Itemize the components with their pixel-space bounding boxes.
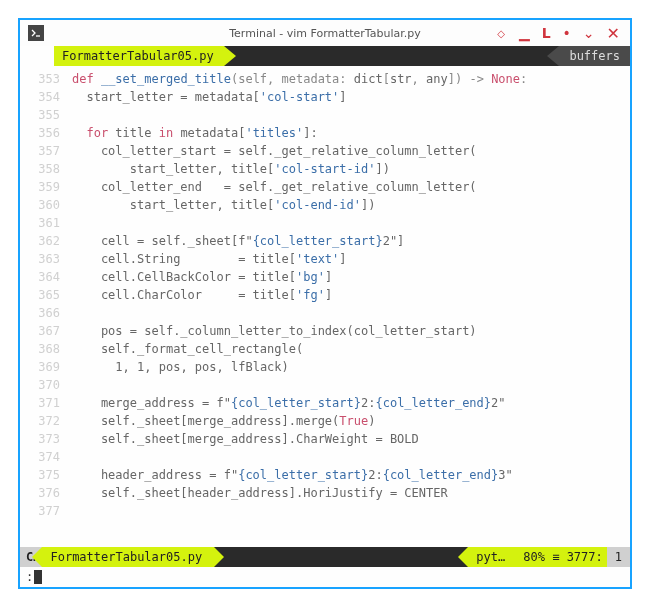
- cmdline-text: :: [26, 570, 33, 584]
- dot-icon[interactable]: •: [563, 25, 571, 41]
- line-number: 370: [20, 378, 72, 392]
- status-position: 80% ≡ 3777:: [513, 547, 607, 567]
- code-line[interactable]: 357 col_letter_start = self._get_relativ…: [20, 142, 630, 160]
- close-icon[interactable]: ✕: [607, 24, 620, 43]
- tab-active[interactable]: FormatterTabular05.py: [54, 46, 224, 66]
- cursor-icon: [34, 570, 42, 584]
- code-content: col_letter_end = self._get_relative_colu…: [72, 180, 630, 194]
- line-number: 375: [20, 468, 72, 482]
- code-content: for title in metadata['titles']:: [72, 126, 630, 140]
- code-line[interactable]: 360 start_letter, title['col-end-id']): [20, 196, 630, 214]
- line-number: 356: [20, 126, 72, 140]
- line-number: 366: [20, 306, 72, 320]
- code-line[interactable]: 368 self._format_cell_rectangle(: [20, 340, 630, 358]
- code-content: self._sheet[header_address].HoriJustify …: [72, 486, 630, 500]
- code-content: start_letter, title['col-start-id']): [72, 162, 630, 176]
- shade-icon[interactable]: ⌄: [583, 25, 595, 41]
- line-number: 361: [20, 216, 72, 230]
- code-line[interactable]: 367 pos = self._column_letter_to_index(c…: [20, 322, 630, 340]
- code-line[interactable]: 370: [20, 376, 630, 394]
- line-number: 362: [20, 234, 72, 248]
- code-line[interactable]: 358 start_letter, title['col-start-id']): [20, 160, 630, 178]
- line-number: 371: [20, 396, 72, 410]
- vim-cmdline[interactable]: :: [20, 567, 630, 587]
- tab-label: FormatterTabular05.py: [62, 49, 214, 63]
- code-content: def __set_merged_title(self, metadata: d…: [72, 72, 630, 86]
- line-number: 354: [20, 90, 72, 104]
- code-content: cell.CharColor = title['fg']: [72, 288, 630, 302]
- code-line[interactable]: 365 cell.CharColor = title['fg']: [20, 286, 630, 304]
- code-content: cell.String = title['text']: [72, 252, 630, 266]
- code-line[interactable]: 374: [20, 448, 630, 466]
- code-line[interactable]: 366: [20, 304, 630, 322]
- minimize-icon[interactable]: ▁: [519, 25, 530, 41]
- line-number: 360: [20, 198, 72, 212]
- code-line[interactable]: 373 self._sheet[merge_address].CharWeigh…: [20, 430, 630, 448]
- code-line[interactable]: 372 self._sheet[merge_address].merge(Tru…: [20, 412, 630, 430]
- keep-above-icon[interactable]: ◇: [497, 28, 507, 39]
- line-number: 364: [20, 270, 72, 284]
- line-number: 373: [20, 432, 72, 446]
- line-number: 377: [20, 504, 72, 518]
- code-line[interactable]: 359 col_letter_end = self._get_relative_…: [20, 178, 630, 196]
- code-line[interactable]: 361: [20, 214, 630, 232]
- code-content: self._format_cell_rectangle(: [72, 342, 630, 356]
- line-number: 363: [20, 252, 72, 266]
- code-content: col_letter_start = self._get_relative_co…: [72, 144, 630, 158]
- code-content: start_letter, title['col-end-id']): [72, 198, 630, 212]
- code-content: header_address = f"{col_letter_start}2:{…: [72, 468, 630, 482]
- line-number: 367: [20, 324, 72, 338]
- line-number: 365: [20, 288, 72, 302]
- titlebar[interactable]: Terminal - vim FormatterTabular.py ◇ ▁ L…: [20, 20, 630, 46]
- vim-statusline: C… FormatterTabular05.py pyt… 80% ≡ 3777…: [20, 547, 630, 567]
- tab-gap: [20, 46, 54, 66]
- code-line[interactable]: 355: [20, 106, 630, 124]
- code-line[interactable]: 375 header_address = f"{col_letter_start…: [20, 466, 630, 484]
- code-content: merge_address = f"{col_letter_start}2:{c…: [72, 396, 630, 410]
- line-number: 369: [20, 360, 72, 374]
- code-content: pos = self._column_letter_to_index(col_l…: [72, 324, 630, 338]
- maximize-icon[interactable]: L: [542, 25, 551, 41]
- code-content: start_letter = metadata['col-start']: [72, 90, 630, 104]
- status-filename: FormatterTabular05.py: [42, 547, 214, 567]
- code-content: cell.CellBackColor = title['bg']: [72, 270, 630, 284]
- code-line[interactable]: 364 cell.CellBackColor = title['bg']: [20, 268, 630, 286]
- terminal-icon: [28, 25, 44, 41]
- line-number: 359: [20, 180, 72, 194]
- line-number: 372: [20, 414, 72, 428]
- code-line[interactable]: 353def __set_merged_title(self, metadata…: [20, 70, 630, 88]
- status-filetype: pyt…: [468, 547, 513, 567]
- line-number: 368: [20, 342, 72, 356]
- line-number: 374: [20, 450, 72, 464]
- code-content: cell = self._sheet[f"{col_letter_start}2…: [72, 234, 630, 248]
- code-content: 1, 1, pos, pos, lfBlack): [72, 360, 630, 374]
- status-column: 1: [607, 547, 630, 567]
- line-number: 358: [20, 162, 72, 176]
- code-content: self._sheet[merge_address].CharWeight = …: [72, 432, 630, 446]
- code-line[interactable]: 356 for title in metadata['titles']:: [20, 124, 630, 142]
- window-controls: ◇ ▁ L • ⌄ ✕: [497, 24, 620, 43]
- code-line[interactable]: 354 start_letter = metadata['col-start']: [20, 88, 630, 106]
- code-content: self._sheet[merge_address].merge(True): [72, 414, 630, 428]
- code-line[interactable]: 369 1, 1, pos, pos, lfBlack): [20, 358, 630, 376]
- code-line[interactable]: 376 self._sheet[header_address].HoriJust…: [20, 484, 630, 502]
- terminal-window: Terminal - vim FormatterTabular.py ◇ ▁ L…: [18, 18, 632, 589]
- status-spacer: [214, 547, 468, 567]
- code-line[interactable]: 371 merge_address = f"{col_letter_start}…: [20, 394, 630, 412]
- line-number: 355: [20, 108, 72, 122]
- code-line[interactable]: 377: [20, 502, 630, 520]
- line-number: 357: [20, 144, 72, 158]
- editor-area[interactable]: 353def __set_merged_title(self, metadata…: [20, 66, 630, 552]
- code-line[interactable]: 363 cell.String = title['text']: [20, 250, 630, 268]
- vim-tabline: FormatterTabular05.py buffers: [20, 46, 630, 66]
- line-number: 376: [20, 486, 72, 500]
- line-number: 353: [20, 72, 72, 86]
- buffers-label[interactable]: buffers: [559, 46, 630, 66]
- code-line[interactable]: 362 cell = self._sheet[f"{col_letter_sta…: [20, 232, 630, 250]
